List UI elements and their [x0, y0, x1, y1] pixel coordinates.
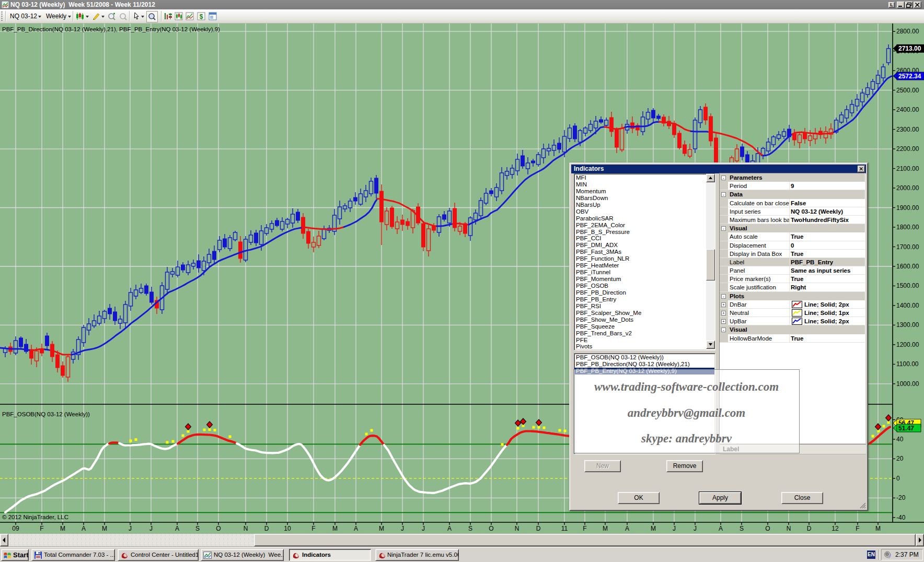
svg-text:2800.00: 2800.00 — [896, 28, 919, 35]
svg-text:J: J — [149, 525, 153, 532]
svg-text:F: F — [856, 525, 859, 532]
svg-text:D: D — [264, 525, 269, 532]
svg-text:A: A — [82, 525, 86, 532]
svg-text:M: M — [603, 525, 608, 532]
svg-text:12: 12 — [831, 525, 839, 532]
svg-text:M: M — [379, 525, 384, 532]
svg-text:N: N — [787, 525, 791, 532]
svg-text:1100.00: 1100.00 — [896, 360, 919, 368]
svg-text:A: A — [175, 525, 179, 532]
svg-text:A: A — [354, 525, 358, 532]
svg-text:J: J — [694, 525, 697, 532]
svg-text:A: A — [719, 525, 723, 532]
svg-text:40: 40 — [896, 436, 904, 443]
svg-text:1200.00: 1200.00 — [896, 341, 919, 348]
svg-text:F: F — [583, 525, 586, 532]
svg-text:N: N — [515, 525, 519, 532]
svg-text:2572.34: 2572.34 — [898, 73, 921, 80]
svg-text:N: N — [244, 525, 248, 532]
svg-text:J: J — [422, 525, 425, 532]
svg-text:10: 10 — [284, 525, 291, 532]
svg-text:2500.00: 2500.00 — [896, 87, 919, 94]
svg-text:J: J — [673, 525, 676, 532]
svg-text:M: M — [875, 525, 881, 532]
svg-text:1900.00: 1900.00 — [896, 204, 919, 212]
svg-text:S: S — [468, 525, 472, 532]
svg-text:O: O — [216, 525, 221, 532]
svg-text:20: 20 — [896, 455, 904, 462]
svg-text:1000.00: 1000.00 — [896, 380, 919, 388]
svg-text:A: A — [625, 525, 629, 532]
svg-text:0: 0 — [896, 475, 900, 482]
svg-text:1800.00: 1800.00 — [896, 224, 919, 231]
svg-text:51.47: 51.47 — [898, 425, 914, 432]
svg-text:1700.00: 1700.00 — [896, 243, 919, 251]
svg-text:J: J — [129, 525, 132, 532]
svg-text:2100.00: 2100.00 — [896, 165, 919, 172]
svg-text:1600.00: 1600.00 — [896, 263, 919, 270]
svg-text:D: D — [536, 525, 541, 532]
svg-text:M: M — [60, 525, 65, 532]
svg-text:09: 09 — [12, 525, 19, 532]
svg-text:J: J — [401, 525, 404, 532]
svg-text:M: M — [651, 525, 656, 532]
svg-text:2713.00: 2713.00 — [898, 45, 921, 52]
svg-text:2400.00: 2400.00 — [896, 106, 919, 113]
svg-text:1400.00: 1400.00 — [896, 302, 919, 309]
svg-text:-40: -40 — [896, 514, 906, 521]
svg-text:2000.00: 2000.00 — [896, 184, 919, 192]
svg-text:1500.00: 1500.00 — [896, 282, 919, 289]
svg-text:O: O — [765, 525, 770, 532]
svg-text:F: F — [40, 525, 43, 532]
svg-text:M: M — [332, 525, 338, 532]
svg-text:M: M — [102, 525, 107, 532]
svg-text:$: $ — [200, 13, 203, 20]
svg-text:1300.00: 1300.00 — [896, 321, 919, 329]
svg-text:11: 11 — [561, 525, 568, 532]
svg-text:2300.00: 2300.00 — [896, 126, 919, 133]
svg-text:D: D — [807, 525, 812, 532]
svg-text:A: A — [447, 525, 452, 532]
svg-text:S: S — [740, 525, 744, 532]
svg-text:F: F — [311, 525, 315, 532]
svg-text:O: O — [489, 525, 493, 532]
svg-text:2200.00: 2200.00 — [896, 145, 919, 153]
svg-text:-20: -20 — [896, 494, 906, 501]
svg-text:S: S — [195, 525, 200, 532]
